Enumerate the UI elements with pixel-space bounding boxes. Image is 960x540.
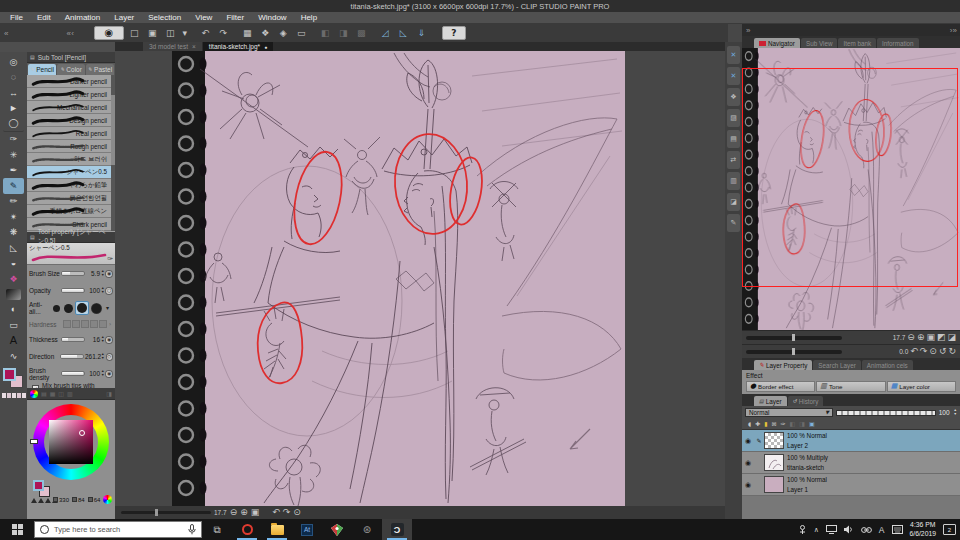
thickness-value[interactable]: 16 <box>86 336 100 343</box>
menu-filter[interactable]: Filter <box>226 13 244 22</box>
tone-button[interactable]: ▥Tone <box>816 381 885 392</box>
auto-select-tool[interactable]: ✳ <box>3 147 24 163</box>
deselect-icon[interactable]: ▦ <box>240 27 255 40</box>
contour-tool[interactable]: ◐ <box>3 302 24 318</box>
material-manga-icon[interactable]: ❖ <box>727 88 740 106</box>
language-indicator[interactable]: A <box>879 525 885 535</box>
material-3d-icon[interactable]: ▤ <box>727 130 740 148</box>
sv-marker[interactable] <box>79 430 85 436</box>
layer-thumbnail[interactable] <box>764 454 784 471</box>
move-layer-tool[interactable]: ↔ <box>3 85 24 101</box>
collapse-left-icon[interactable]: « <box>4 29 7 38</box>
brush-item[interactable]: Lighter pencil <box>27 88 115 101</box>
opacity-dynamics-icon[interactable]: ○ <box>105 287 113 295</box>
layer-lock-alpha-icon[interactable]: ✑ <box>781 421 786 427</box>
shield-app-icon[interactable] <box>322 519 352 540</box>
brush-size-dynamics-icon[interactable]: ◉ <box>105 270 113 278</box>
color-slider-tab-icon[interactable]: ▤ <box>41 391 47 397</box>
brush-item[interactable]: 하드 브러쉬 <box>27 153 115 166</box>
microphone-icon[interactable] <box>188 524 196 535</box>
zoom-in-icon[interactable]: ⊕ <box>240 508 248 517</box>
material-image-icon[interactable]: ▨ <box>727 109 740 127</box>
layer-new-select-icon[interactable]: ◖ <box>748 421 751 427</box>
layer-name[interactable]: Layer 1 <box>787 485 827 494</box>
nav-rotate-ccw-icon[interactable]: ↺ <box>939 347 947 356</box>
snap-grid-icon[interactable]: ⇓ <box>414 27 429 40</box>
blend-tool[interactable]: ◒ <box>3 256 24 272</box>
brush-density-value[interactable]: 100 <box>86 370 100 377</box>
layer-thumbnail[interactable] <box>764 432 784 449</box>
layer-row-layer2[interactable]: ◉ ✎ 100 % Normal Layer 2 <box>742 430 960 452</box>
layer-folder-icon[interactable]: ▣ <box>809 421 815 427</box>
eraser-tool[interactable]: ◺ <box>3 240 24 256</box>
opacity-stepper[interactable]: ▲▼ <box>101 287 104 294</box>
help-button[interactable]: ? <box>442 26 466 40</box>
menu-file[interactable]: File <box>10 13 23 22</box>
nav-flip-horizontal-icon[interactable]: ◩ <box>937 333 946 342</box>
canvas-artwork[interactable] <box>172 51 625 506</box>
foreground-color-swatch[interactable] <box>33 480 44 491</box>
hue-value[interactable]: 330 <box>53 497 69 503</box>
ime-keyboard-icon[interactable] <box>892 525 903 534</box>
brush-size-value[interactable]: 5.9 <box>86 270 100 277</box>
layer-name[interactable]: titania-sketch <box>787 463 828 472</box>
zoom-tool[interactable]: ◎ <box>3 54 24 70</box>
menu-animation[interactable]: Animation <box>65 13 101 22</box>
figure-tool[interactable]: ❖ <box>3 271 24 287</box>
invert-selection-icon[interactable]: ❖ <box>258 27 273 40</box>
layer-thumbnail[interactable] <box>764 476 784 493</box>
material-pose-icon[interactable]: ⇄ <box>727 151 740 169</box>
taskbar-search[interactable]: Type here to search <box>34 521 202 538</box>
aa-dropdown-icon[interactable]: ▾ <box>106 305 109 311</box>
gradient-tool[interactable] <box>6 289 21 300</box>
nav-zoom-out-icon[interactable]: ⊖ <box>907 333 915 342</box>
layer-row-titania-sketch[interactable]: ◉ 100 % Multiply titania-sketch <box>742 452 960 474</box>
tab-titania-sketch[interactable]: titania-sketch.jpg* ● <box>203 42 273 51</box>
selection-tool[interactable]: ◯ <box>3 116 24 132</box>
opera-app-icon[interactable] <box>232 519 262 540</box>
layer-highlight-icon[interactable]: ▮ <box>764 421 767 427</box>
select-area-icon[interactable]: ▭ <box>294 27 309 40</box>
brush-item[interactable]: Design pencil <box>27 114 115 127</box>
subtool-tab-color[interactable]: ✎Color <box>57 64 85 75</box>
network-icon[interactable] <box>826 525 837 534</box>
brush-tool[interactable]: ✏ <box>3 194 24 210</box>
layer-visibility-icon[interactable]: ◉ <box>742 437 754 445</box>
layer-color-button[interactable]: ▦Layer color <box>887 381 956 392</box>
airbrush-tool[interactable]: ✴ <box>3 209 24 225</box>
collapse-panel-icon[interactable]: « ‹ <box>66 29 72 38</box>
correct-line-tool[interactable]: ∿ <box>3 348 24 364</box>
text-tool[interactable]: A <box>3 333 24 349</box>
brush-size-stepper[interactable]: ▲▼ <box>101 270 104 277</box>
menu-view[interactable]: View <box>195 13 212 22</box>
canvas-viewport[interactable] <box>115 51 725 506</box>
rotate-right-icon[interactable]: ↷ <box>283 508 291 517</box>
thickness-stepper[interactable]: ▲▼ <box>101 336 104 343</box>
aa-medium-option-selected[interactable] <box>75 301 89 315</box>
eyedropper-tool[interactable]: ✑ <box>3 132 24 148</box>
intermediate-color-tab-icon[interactable]: ◫ <box>58 391 64 397</box>
object-tool[interactable]: ► <box>3 101 24 117</box>
saturation-value[interactable]: 84 <box>72 497 85 503</box>
layer-lock-icon[interactable]: ⊠ <box>772 421 777 427</box>
brush-item[interactable]: Darker pencil <box>27 75 115 88</box>
notification-center-icon[interactable]: 2 <box>943 524 956 535</box>
pen-status-icon[interactable] <box>798 525 807 535</box>
task-view-button[interactable]: ⧉ <box>202 519 232 540</box>
fit-to-screen-icon[interactable]: ▣ <box>251 508 260 517</box>
nav-rotate-cw-icon[interactable]: ↻ <box>948 347 956 356</box>
expand-right-icon[interactable]: › » <box>950 26 956 35</box>
link-icon[interactable] <box>861 526 872 534</box>
subtool-tab-pencil[interactable]: ✎Pencil <box>28 64 56 75</box>
saturation-value-square[interactable] <box>49 420 93 464</box>
color-wheel-mode-icon[interactable] <box>103 495 112 504</box>
volume-icon[interactable] <box>844 525 854 534</box>
subtool-panel-header[interactable]: ▤ Sub Tool [Pencil] <box>27 52 115 63</box>
layer-name[interactable]: Layer 2 <box>787 441 827 450</box>
brush-item[interactable]: 手描きボロ直線ペン <box>27 205 115 218</box>
tab-sub-view[interactable]: Sub View <box>801 38 838 48</box>
aa-none-option[interactable] <box>53 305 60 312</box>
nav-reset-rotation-icon[interactable]: ⊙ <box>929 347 937 356</box>
tray-expand-icon[interactable]: ∧ <box>814 526 819 534</box>
nav-zoom-in-icon[interactable]: ⊕ <box>917 333 925 342</box>
